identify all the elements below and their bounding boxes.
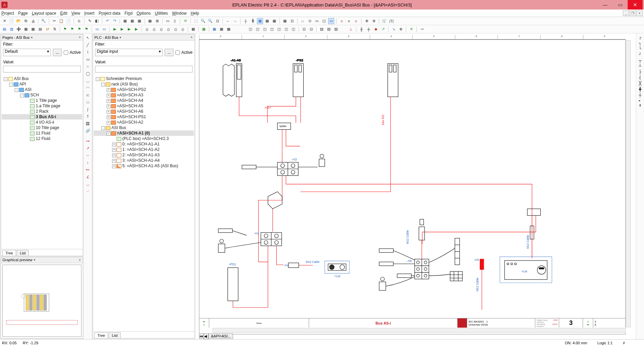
plc-value-input[interactable] <box>95 66 193 73</box>
cross-icon[interactable]: ┼ <box>639 93 642 97</box>
tb2-h[interactable]: ⇅ <box>51 26 58 32</box>
tree-item[interactable]: 11 Fluid <box>2 130 82 136</box>
mdi-minimize[interactable]: _ <box>623 11 629 16</box>
tree-item[interactable]: -ASI <box>2 87 82 92</box>
tree-item[interactable]: 10 Title page <box>2 125 82 130</box>
tb2-h6[interactable]: ◫ <box>283 26 289 32</box>
tb-magnet-icon[interactable]: ∩ <box>300 18 306 24</box>
tb-grid2-icon[interactable]: ⊞ <box>154 18 160 24</box>
tb-zoomfit-icon[interactable]: ⊡ <box>214 18 220 24</box>
tb2-d[interactable]: ▦ <box>23 26 29 32</box>
tb-pencil-icon[interactable]: ✎ <box>87 18 93 24</box>
tree-item[interactable]: +3: =ASI+SCH-A1-A4 <box>94 158 194 163</box>
menu-find[interactable]: Find <box>124 11 132 16</box>
tree-item[interactable]: 2 Rack <box>2 109 82 114</box>
close-icon[interactable]: × <box>190 35 193 39</box>
plc-filter-select[interactable]: Digital input▾ <box>95 49 163 56</box>
junc2-icon[interactable]: ╋ <box>639 87 641 92</box>
tee2-icon[interactable]: ┴ <box>639 64 642 68</box>
circle2-icon[interactable]: ◯ <box>85 70 91 77</box>
tree-item[interactable]: +=ASI+SCH-A5 <box>94 103 194 109</box>
angle3-icon[interactable]: └ <box>639 46 642 51</box>
tb2-flag2-icon[interactable]: ⚑ <box>69 26 75 32</box>
tree-item[interactable]: (PLC box) =ASI+SCH/2.3 <box>94 136 194 141</box>
pages-active-checkbox[interactable]: Active <box>64 50 81 55</box>
tee1-icon[interactable]: ┬ <box>639 58 642 63</box>
pin-icon[interactable]: ▾ <box>31 36 33 39</box>
tb2-g2[interactable]: ▦ <box>201 26 207 32</box>
cursor-icon[interactable]: ↖ <box>85 35 91 41</box>
tb2-j1[interactable]: ▨ <box>319 26 325 32</box>
tb2-k5[interactable]: ↗ <box>380 26 386 32</box>
tb2-h7[interactable]: ◫ <box>290 26 296 32</box>
minimize-button[interactable]: — <box>598 0 613 10</box>
tb2-g4[interactable]: ▦ <box>218 26 225 32</box>
pages-filter-select[interactable]: Default▾ <box>3 49 51 56</box>
tb2-h3[interactable]: ◫ <box>262 26 268 32</box>
plc-tree[interactable]: -Schneider Premium-rack (ASI Bus)+=ASI+S… <box>93 75 195 331</box>
plc-panel-header[interactable]: PLC - ASI Bus ▾ × <box>93 34 195 41</box>
tree-item[interactable]: -SCH <box>2 92 82 98</box>
tb2-sym2[interactable]: ▭ <box>101 26 107 32</box>
tree-item[interactable]: -ASI Bus <box>94 125 194 130</box>
tb-win1-icon[interactable]: ▭ <box>165 18 171 24</box>
tree-item[interactable]: +0: =ASI+SCH-A1-A1 <box>94 141 194 147</box>
tb-zoomin-icon[interactable]: 🔍 <box>200 18 206 24</box>
tree-item[interactable]: +=ASI+SCH-PS1 <box>94 114 194 120</box>
tree-item[interactable]: 1 Title page <box>2 98 82 103</box>
tb-snap7-icon[interactable]: ⊡ <box>289 18 295 24</box>
tb2-b[interactable]: ▥ <box>9 26 15 32</box>
mdi-restore[interactable]: ❐ <box>630 11 636 16</box>
close-icon[interactable]: × <box>78 35 81 39</box>
menu-options[interactable]: Options <box>137 11 151 16</box>
tb2-sym1[interactable]: ▭ <box>94 26 100 32</box>
text-icon[interactable]: T <box>85 113 91 120</box>
menu-project-data[interactable]: Project data <box>98 11 120 16</box>
pages-tree[interactable]: -ASI Bus-API-ASI-SCH1 Title page1.a Titl… <box>1 75 83 249</box>
ellipse-icon[interactable]: ⬭ <box>85 99 91 105</box>
prev-page-link[interactable]: ⬅2 <box>199 318 209 328</box>
tree-item[interactable]: 4 I/O AS-ii <box>2 120 82 125</box>
tb-sym4-icon[interactable]: ⊕ <box>364 18 370 24</box>
tb-print-icon[interactable]: 🖨 <box>30 18 36 24</box>
link-icon[interactable]: 🔗 <box>85 128 91 134</box>
tb-snap10-icon[interactable]: ◫ <box>321 18 327 24</box>
tb2-l1[interactable]: ↘ <box>390 26 397 32</box>
tb2-c[interactable]: ➕ <box>16 26 22 32</box>
tree-item[interactable]: +=ASI+SCH-PS2 <box>94 87 194 92</box>
tree-item[interactable]: -ASI Bus <box>2 76 82 81</box>
tb-eraser-icon[interactable]: ◧ <box>94 18 100 24</box>
arc-icon[interactable]: ◡ <box>85 78 91 84</box>
tb-btn1[interactable]: ▦ <box>122 18 128 24</box>
tb-btn3[interactable]: ▦ <box>136 18 142 24</box>
tb2-e5[interactable]: ⎙ <box>172 26 179 32</box>
scrollbar-v[interactable] <box>626 40 631 327</box>
tb-copy-icon[interactable]: ⧉ <box>23 18 29 24</box>
tee3-icon[interactable]: ├ <box>639 69 642 74</box>
doc-tab[interactable]: &API=ASI... <box>209 333 233 339</box>
tb2-play2-icon[interactable]: ▶ <box>119 26 125 32</box>
tab-prev-icon[interactable]: ◀ <box>204 333 209 339</box>
line-icon[interactable]: ╱ <box>85 42 91 48</box>
tb-snap11-icon[interactable]: ▭ <box>328 18 334 24</box>
dim5-icon[interactable]: ∠ <box>85 174 91 180</box>
tree-item[interactable]: +2: =ASI+SCH-A1-A3 <box>94 152 194 158</box>
menu-view[interactable]: View <box>72 11 80 16</box>
dim1-icon[interactable]: ↗ <box>85 145 91 151</box>
tree-item[interactable]: +=ASI+SCH-A2 <box>94 120 194 125</box>
dim2-icon[interactable]: ↔ <box>85 152 91 158</box>
tb2-h5[interactable]: ◫ <box>276 26 282 32</box>
tb-copy2-icon[interactable]: 📋 <box>58 18 64 24</box>
angle1-icon[interactable]: ┌ <box>639 35 642 40</box>
tb-paste-icon[interactable]: 📄 <box>65 18 72 24</box>
tb-sym1-icon[interactable]: ≡ <box>339 18 345 24</box>
dim4-icon[interactable]: ⊷ <box>85 167 91 173</box>
tb2-e6[interactable]: ⎙ <box>180 26 186 32</box>
plc-active-checkbox[interactable]: Active <box>175 50 193 55</box>
preview-panel-header[interactable]: Graphical preview ▾ × <box>1 257 83 263</box>
dim6-icon[interactable]: ◡ <box>85 181 91 187</box>
tb2-g1[interactable]: ▦ <box>190 26 196 32</box>
tb-snap6-icon[interactable]: ▦ <box>282 18 288 24</box>
tb-refresh-icon[interactable]: ⟳ <box>182 18 188 24</box>
menu-help[interactable]: Help <box>191 11 199 16</box>
